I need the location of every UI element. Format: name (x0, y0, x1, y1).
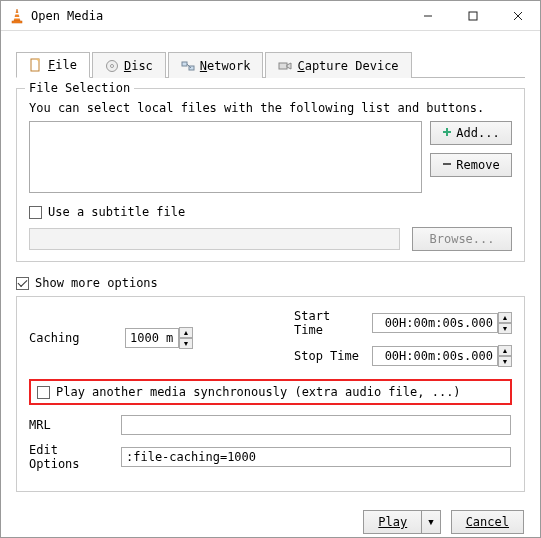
edit-options-input[interactable] (121, 447, 511, 467)
play-sync-label: Play another media synchronously (extra … (56, 385, 461, 399)
play-sync-checkbox[interactable] (37, 386, 50, 399)
svg-point-11 (110, 64, 113, 67)
caching-label: Caching (29, 331, 117, 345)
tab-disc[interactable]: Disc (92, 52, 166, 78)
vlc-cone-icon (9, 8, 25, 24)
remove-button[interactable]: Remove (430, 153, 512, 177)
close-button[interactable] (495, 1, 540, 31)
svg-rect-15 (279, 63, 287, 69)
plus-icon (442, 126, 452, 140)
play-button[interactable]: Play (363, 510, 421, 534)
sync-highlight: Play another media synchronously (extra … (29, 379, 512, 405)
stop-time-spinner[interactable]: ▲▼ (372, 345, 512, 367)
dialog-content: File Disc Network Capture Device File Se… (1, 31, 540, 502)
mrl-label: MRL (29, 418, 115, 432)
svg-marker-0 (14, 9, 20, 21)
file-list[interactable] (29, 121, 422, 193)
file-icon (29, 58, 43, 72)
caching-spinner[interactable]: ▲▼ (125, 327, 193, 349)
stop-time-input[interactable] (372, 346, 498, 366)
svg-rect-2 (14, 17, 21, 19)
stop-time-label: Stop Time (294, 349, 364, 363)
play-split-button[interactable]: Play ▼ (363, 510, 440, 534)
subtitle-browse-button[interactable]: Browse... (412, 227, 512, 251)
svg-rect-12 (182, 62, 187, 66)
cancel-button[interactable]: Cancel (451, 510, 524, 534)
caching-down[interactable]: ▼ (179, 338, 193, 349)
mrl-input[interactable] (121, 415, 511, 435)
tab-network-accel: N (200, 59, 207, 73)
svg-rect-1 (14, 13, 20, 15)
start-time-spinner[interactable]: ▲▼ (372, 312, 512, 334)
file-selection-legend: File Selection (25, 81, 134, 95)
window-title: Open Media (31, 9, 103, 23)
svg-rect-3 (12, 21, 22, 23)
tab-file-accel: F (48, 58, 55, 72)
show-more-options-checkbox[interactable] (16, 277, 29, 290)
more-options-panel: Caching ▲▼ Start Time ▲▼ Stop Time (16, 296, 525, 492)
tab-disc-accel: D (124, 59, 131, 73)
start-time-down[interactable]: ▼ (498, 323, 512, 334)
dialog-footer: Play ▼ Cancel (1, 502, 540, 538)
stop-time-down[interactable]: ▼ (498, 356, 512, 367)
remove-button-label: Remove (456, 158, 499, 172)
subtitle-checkbox[interactable] (29, 206, 42, 219)
cancel-label: Cancel (466, 515, 509, 529)
capture-icon (278, 59, 292, 73)
title-bar: Open Media (1, 1, 540, 31)
caching-input[interactable] (125, 328, 179, 348)
file-selection-help: You can select local files with the foll… (29, 101, 512, 115)
minimize-button[interactable] (405, 1, 450, 31)
start-time-label: Start Time (294, 309, 364, 337)
tab-network[interactable]: Network (168, 52, 264, 78)
tab-capture[interactable]: Capture Device (265, 52, 411, 78)
subtitle-browse-label: Browse... (429, 232, 494, 246)
caching-up[interactable]: ▲ (179, 327, 193, 338)
edit-options-label: Edit Options (29, 443, 115, 471)
subtitle-path-field (29, 228, 400, 250)
minus-icon (442, 158, 452, 172)
tab-capture-accel: C (297, 59, 304, 73)
play-dropdown-arrow[interactable]: ▼ (421, 510, 440, 534)
tab-file[interactable]: File (16, 52, 90, 78)
network-icon (181, 59, 195, 73)
add-button[interactable]: Add... (430, 121, 512, 145)
file-selection-group: File Selection You can select local file… (16, 88, 525, 262)
maximize-button[interactable] (450, 1, 495, 31)
add-button-label: Add... (456, 126, 499, 140)
start-time-input[interactable] (372, 313, 498, 333)
stop-time-up[interactable]: ▲ (498, 345, 512, 356)
source-tabs: File Disc Network Capture Device (16, 51, 525, 78)
start-time-up[interactable]: ▲ (498, 312, 512, 323)
svg-marker-16 (287, 63, 291, 69)
svg-rect-5 (469, 12, 477, 20)
disc-icon (105, 59, 119, 73)
show-more-options-label: Show more options (35, 276, 158, 290)
play-label: Play (378, 515, 407, 529)
subtitle-label: Use a subtitle file (48, 205, 185, 219)
